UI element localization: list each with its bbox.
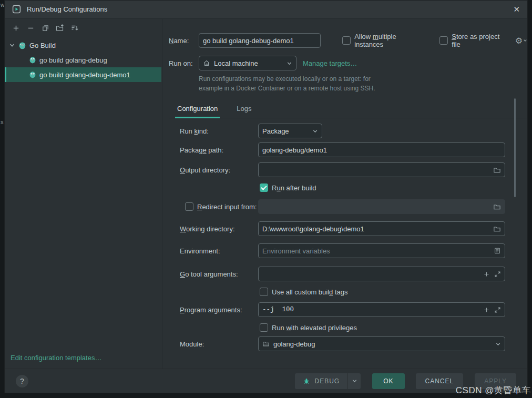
go-tool-arguments-label: Go tool arguments: [180,270,258,278]
elevated-privileges-label: Run with elevated privileges [272,324,357,332]
folder-icon[interactable] [493,166,501,174]
sidebar-toolbar [5,20,161,36]
gear-icon[interactable]: ⚙ [515,36,527,46]
run-after-build-checkbox[interactable] [260,183,268,192]
program-arguments-label: Program arguments: [180,306,258,314]
configurations-sidebar: Go Build go build golang-debug go build … [5,19,161,369]
output-directory-field[interactable] [258,162,505,177]
working-directory-row: Working directory: [180,221,527,236]
environment-variables-icon[interactable] [494,247,501,254]
folder-icon[interactable] [493,225,501,233]
chevron-down-icon[interactable] [9,42,15,48]
add-configuration-button[interactable] [11,23,21,33]
environment-row: Environment: [180,243,527,258]
module-label: Module: [180,340,258,348]
redirect-input-checkbox[interactable] [185,202,193,211]
module-row: Module: golang-debug [180,336,527,351]
allow-multiple-instances-checkbox[interactable] [342,36,351,45]
scrollbar-thumb[interactable] [514,98,516,197]
name-row: Name: Allow multiple instances Store as … [169,33,527,48]
tree-item-label: go build golang-debug [39,56,107,64]
configuration-tabs: Configuration Logs [169,105,527,118]
redirect-input-field[interactable] [258,199,505,214]
close-icon[interactable]: ✕ [513,5,520,13]
module-value: golang-debug [273,340,315,348]
copy-configuration-button[interactable] [40,23,50,33]
background-artifact: s [1,119,4,125]
debug-button-label: DEBUG [314,377,340,385]
tree-item-golang-debug-demo1[interactable]: go build golang-debug-demo1 [5,67,161,82]
module-select[interactable]: golang-debug [258,336,505,351]
tree-group-go-build[interactable]: Go Build [5,38,161,53]
csdn-watermark: CSDN @黄昏单车 [456,384,531,396]
new-folder-button[interactable] [55,23,65,33]
name-input[interactable] [203,37,316,45]
working-directory-field[interactable] [258,221,505,236]
environment-input[interactable] [262,247,489,255]
expand-field-icon[interactable] [494,307,501,313]
working-directory-input[interactable] [262,225,489,233]
redirect-input-label: Redirect input from: [197,203,257,211]
remove-configuration-button[interactable] [26,23,35,33]
run-after-build-row: Run after build [260,183,527,192]
go-tool-arguments-field[interactable] [258,267,505,281]
tab-configuration[interactable]: Configuration [175,105,220,118]
debug-button[interactable]: DEBUG [295,373,347,389]
ok-button[interactable]: OK [372,373,404,389]
debug-options-chevron[interactable] [347,373,361,389]
program-arguments-input[interactable] [262,306,479,313]
run-debug-configurations-dialog: Run/Debug Configurations ✕ [4,0,528,393]
package-path-field[interactable] [258,142,505,157]
elevated-privileges-row: Run with elevated privileges [260,323,527,332]
manage-targets-link[interactable]: Manage targets… [303,59,357,67]
program-arguments-field[interactable] [258,302,505,317]
plus-icon[interactable] [483,271,490,278]
use-custom-build-tags-checkbox[interactable] [260,288,268,296]
dialog-footer: ? DEBUG OK CANCEL APPLY [5,369,527,393]
tree-group-label: Go Build [29,42,56,49]
local-machine-icon [203,59,210,67]
help-button[interactable]: ? [16,375,28,387]
environment-field[interactable] [258,243,505,258]
plus-icon[interactable] [483,307,490,313]
redirect-input-input[interactable] [262,203,489,211]
redirect-input-row: Redirect input from: [180,199,527,214]
elevated-privileges-checkbox[interactable] [260,323,268,332]
tree-item-label: go build golang-debug-demo1 [39,71,130,79]
run-on-value: Local machine [214,59,258,67]
output-directory-input[interactable] [262,166,489,174]
gear-glyph: ⚙ [515,36,523,46]
folder-icon[interactable] [493,203,501,211]
go-build-group-icon [18,42,26,49]
go-tool-arguments-input[interactable] [262,270,479,278]
run-after-build-label: Run after build [272,184,316,192]
run-on-label: Run on: [169,59,199,67]
run-on-select[interactable]: Local machine [199,56,296,70]
use-custom-build-tags-label: Use all custom build tags [272,288,348,296]
module-icon [262,340,270,348]
working-directory-label: Working directory: [180,225,258,233]
chevron-down-icon [495,341,501,347]
store-as-project-file-checkbox[interactable] [439,36,448,45]
run-on-hint: Run configurations may be executed local… [169,74,527,93]
sort-configurations-button[interactable] [70,23,79,33]
bug-icon [303,377,310,385]
go-config-icon [29,56,36,64]
configuration-form: Run kind: Package Package path: Output d… [169,124,527,351]
go-tool-arguments-row: Go tool arguments: [180,267,527,281]
run-kind-row: Run kind: Package [180,124,527,138]
expand-field-icon[interactable] [494,271,501,278]
debug-split-button: DEBUG [295,373,361,389]
run-debug-config-icon [12,5,21,14]
tree-item-golang-debug[interactable]: go build golang-debug [5,53,161,67]
package-path-input[interactable] [262,146,501,154]
output-directory-label: Output directory: [180,166,258,174]
go-config-icon [29,71,36,78]
run-kind-value: Package [262,127,289,135]
name-field[interactable] [199,33,321,48]
program-arguments-row: Program arguments: [180,302,527,317]
run-kind-select[interactable]: Package [258,124,322,138]
edit-configuration-templates-link[interactable]: Edit configuration templates… [11,354,101,362]
configurations-tree: Go Build go build golang-debug go build … [5,38,161,82]
tab-logs[interactable]: Logs [234,105,253,118]
